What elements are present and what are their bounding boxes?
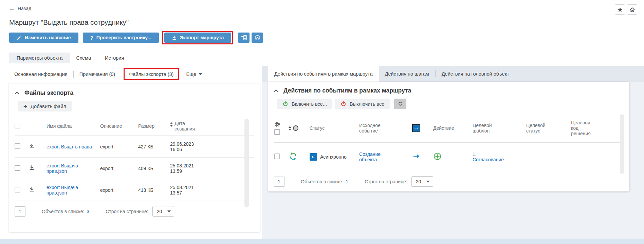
export-files-title: Файлы экспорта (24, 89, 73, 97)
row-checkbox[interactable] (15, 165, 20, 171)
power-off-icon (341, 101, 346, 107)
tab-actions-by-events[interactable]: Действия по событиям в рамках маршрута (268, 66, 379, 82)
file-description: export (100, 166, 138, 171)
pencil-icon (17, 35, 22, 40)
row-checkbox[interactable] (15, 187, 20, 192)
tab-actions-head-object[interactable]: Действия на головной объект (436, 66, 515, 82)
action-row: Асинхронно Создание объекта 1. Согласова… (274, 142, 624, 171)
column-file-name: Имя файла (47, 123, 100, 129)
download-icon (172, 35, 177, 40)
subtab-export-files[interactable]: Файлы экспорта (3) (129, 72, 173, 77)
subtab-divider (73, 71, 74, 78)
main-tabs: Параметры объекта Схема История (9, 53, 644, 63)
file-size: 427 КБ (138, 144, 170, 149)
cabinet-arrow-icon (241, 35, 247, 41)
export-files-highlight-box: Файлы экспорта (3) (124, 68, 179, 80)
subtab-notes[interactable]: Примечания (0) (74, 72, 120, 77)
column-size: Размер (138, 123, 170, 129)
source-event-link[interactable]: Создание объекта (359, 151, 393, 162)
subtab-basic-info[interactable]: Основная информация (9, 72, 73, 77)
tab-object-params[interactable]: Параметры объекта (9, 53, 70, 63)
refresh-button[interactable] (394, 99, 406, 109)
plus-icon: + (23, 103, 27, 109)
rows-per-page-label: Строк на странице: (106, 209, 148, 214)
row-checkbox[interactable] (274, 154, 280, 159)
file-name-link[interactable]: export Выдача прав.json (47, 163, 78, 174)
disable-all-button[interactable]: Выключить все (335, 99, 390, 109)
add-file-button-label: Добавить файл (31, 104, 66, 109)
page-bottom-band (0, 239, 644, 244)
close-button[interactable] (252, 33, 263, 43)
collapse-toggle[interactable] (274, 89, 278, 92)
row-checkbox[interactable] (15, 143, 20, 149)
file-name-link[interactable]: export Выдача прав.json (47, 185, 78, 196)
objects-count[interactable]: 1 (346, 179, 348, 184)
select-all-checkbox[interactable] (274, 129, 280, 135)
file-description: export (100, 187, 138, 193)
enable-all-label: Включить все... (292, 101, 327, 107)
column-source-event: Исходное событие (359, 123, 387, 134)
question-icon: ? (90, 35, 93, 41)
target-template-link[interactable]: 1. Согласование (473, 151, 507, 162)
actions-table-scrollbar[interactable] (620, 114, 624, 174)
home-icon (629, 7, 635, 13)
column-target-decision-code: Целевой код решения (571, 120, 599, 136)
subtab-more-label: Еще (186, 72, 196, 77)
page-title: Маршрут "Выдать права сотруднику" (9, 18, 644, 26)
column-created: Дата создания (174, 121, 201, 131)
file-row: export Выдача прав.json export 409 КБ 25… (15, 158, 254, 179)
page-button[interactable]: 1 (15, 206, 25, 217)
favorite-button[interactable] (615, 4, 625, 15)
objects-in-list-label: Объектов в списке: (301, 179, 343, 184)
sort-status-icon[interactable] (289, 126, 291, 130)
page-button[interactable]: 1 (274, 177, 284, 187)
file-row: export Выдача прав.json export 413 КБ 25… (15, 179, 254, 201)
back-link[interactable]: ← Назад (9, 5, 31, 11)
content: Основная информация Примечания (0) Файлы… (0, 63, 644, 244)
rows-per-page-select[interactable]: 20 (411, 176, 433, 187)
select-all-checkbox[interactable] (15, 123, 20, 128)
download-file-icon[interactable] (29, 165, 35, 171)
export-route-button-label: Экспорт маршрута (180, 35, 224, 40)
gear-icon[interactable] (274, 121, 280, 127)
tab-actions-by-steps[interactable]: Действия по шагам (379, 66, 435, 82)
collapse-toggle[interactable] (15, 92, 19, 95)
home-button[interactable] (627, 4, 637, 15)
column-target-status: Целевой статус (526, 123, 554, 134)
export-route-button[interactable]: Экспорт маршрута (164, 33, 232, 43)
chevron-down-icon (199, 73, 202, 75)
refresh-icon (398, 101, 403, 107)
enable-all-button[interactable]: Включить все... (277, 99, 332, 109)
check-settings-button[interactable]: ? Проверить настройку... (83, 33, 159, 43)
back-label: Назад (18, 6, 31, 11)
rows-per-page-select[interactable]: 20 (152, 206, 174, 217)
sync-status-icon[interactable] (289, 152, 297, 161)
actions-table-header: Статус Исходное событие Действие Целевой… (274, 114, 624, 142)
rows-per-page-value: 20 (416, 179, 421, 184)
tab-divider (98, 55, 98, 61)
actions-toolbar: Включить все... Выключить все (277, 99, 624, 109)
right-panel-background: Действия по событиям в рамках маршрута В… (262, 82, 644, 244)
subtab-more[interactable]: Еще (181, 72, 207, 77)
add-file-button[interactable]: + Добавить файл (18, 101, 72, 111)
create-action-icon[interactable] (433, 152, 442, 161)
actions-header: Действия по событиям в рамках маршрута (274, 87, 624, 94)
download-file-icon[interactable] (29, 143, 35, 149)
power-on-icon (282, 101, 288, 107)
disable-all-label: Выключить все (350, 101, 384, 107)
download-file-icon[interactable] (29, 187, 35, 192)
rename-button[interactable]: Изменить название (9, 33, 78, 43)
tab-history[interactable]: История (99, 53, 130, 63)
files-pagination: 1 Объектов в списке: 3 Строк на странице… (15, 206, 254, 217)
objects-count[interactable]: 3 (87, 209, 89, 214)
import-to-archive-button[interactable] (238, 33, 250, 43)
files-table-scrollbar[interactable] (244, 119, 249, 207)
file-name-link[interactable]: export Выдать права (47, 144, 92, 149)
objects-in-list-label: Объектов в списке: (42, 209, 84, 214)
chevron-down-icon (426, 181, 430, 183)
actions-panel: Действия по событиям в рамках маршрута В… (268, 82, 629, 191)
tab-schema[interactable]: Схема (70, 53, 97, 63)
page: ← Назад Маршрут "Выдать права сотруднику… (0, 0, 644, 244)
sort-created-icon[interactable] (170, 122, 173, 127)
corner-buttons (615, 4, 637, 15)
